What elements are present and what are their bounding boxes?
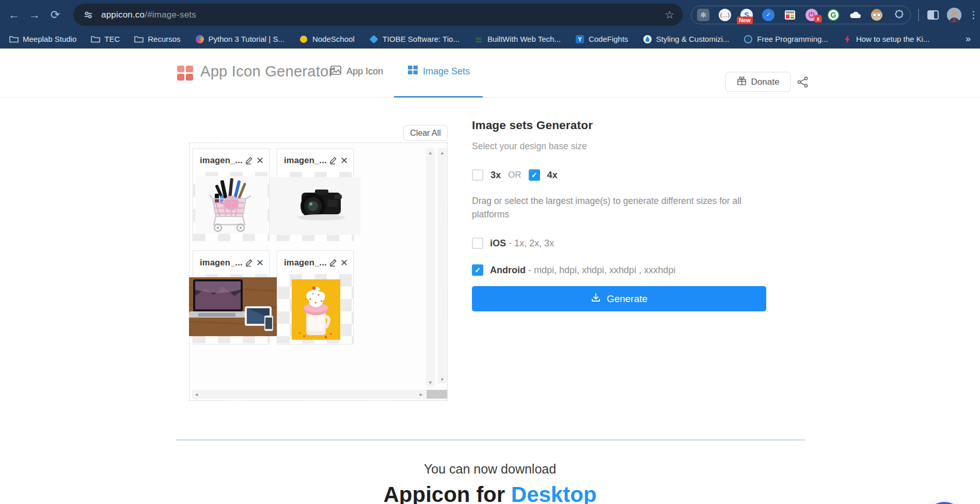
extension-dots-icon[interactable]: (…) [718,8,732,22]
extension-x-badge: x [814,15,822,23]
remove-image-icon[interactable]: ✕ [340,156,348,165]
bookmark-python-tutorial[interactable]: Python 3 Tutorial | S... [195,35,284,44]
pink-bolt-icon [843,35,852,44]
generate-button[interactable]: Generate [472,286,766,311]
base-size-row: 3x OR 4x [472,169,766,181]
extension-s-icon[interactable]: S New [740,8,753,22]
extensions-area: ✻ (…) S New ✓ ⏻ x G [691,6,911,24]
thumbnail-black-camera [270,177,360,235]
android-label: Android [490,265,526,275]
page-title: App Icon Generator [200,63,334,80]
water-drop-icon [643,35,652,44]
donate-button[interactable]: Donate [725,72,791,92]
bookmark-codefights[interactable]: Y CodeFights [575,35,628,44]
remove-image-icon[interactable]: ✕ [340,258,348,267]
share-icon[interactable] [797,76,809,90]
checkbox-3x[interactable] [472,169,483,181]
active-tab-underline [394,96,483,98]
toolbar-separator [918,9,919,21]
extension-window-icon[interactable] [783,8,797,22]
bookmarks-bar: Meeplab Studio TEC Recursos Python 3 Tut… [0,29,980,49]
android-row: Android - mdpi, hdpi, xhdpi, xxhdpi , xx… [472,264,766,276]
edit-icon[interactable] [245,156,254,165]
folder-icon [91,35,100,44]
edit-icon[interactable] [245,258,254,267]
bookmark-recursos[interactable]: Recursos [134,35,180,44]
back-icon[interactable]: ← [7,8,21,22]
image-filename: imagen_... [284,258,329,267]
side-panel-icon[interactable] [927,10,939,20]
image-card: imagen_... ✕ [193,250,270,344]
profile-avatar[interactable] [947,8,961,22]
horizontal-scrollbar[interactable]: ◄► [192,390,425,399]
checkbox-android[interactable] [472,264,483,276]
bookmark-meeplab-studio[interactable]: Meeplab Studio [9,35,76,44]
inner-vertical-scrollbar[interactable]: ▲▼ [426,148,435,387]
bookmarks-overflow-chevron[interactable]: » [966,34,971,44]
python-swirl-icon [195,35,204,44]
yellow-dot-icon [299,35,308,44]
section-divider [176,439,805,440]
bookmark-styling[interactable]: Styling & Customizi... [643,35,730,44]
extension-hubspot-icon[interactable]: ✻ [697,8,710,22]
section-subtitle: Select your design base size [472,141,766,152]
bookmark-nodeschool[interactable]: NodeSchool [299,35,355,44]
checkbox-4x[interactable] [529,169,540,181]
url-path: /#image-sets [145,10,196,20]
extension-new-badge: New [737,17,753,24]
download-icon [591,292,601,305]
bookmark-free-programming[interactable]: ↑ Free Programming... [744,35,828,44]
folder-icon [134,35,144,44]
picture-icon [330,66,341,77]
blue-diamond-icon [369,35,378,44]
image-filename: imagen_... [284,155,329,165]
site-settings-icon[interactable] [82,8,95,22]
thumbnail-milkshake-yellow [292,279,340,340]
blue-square-y-icon: Y [575,35,584,44]
desktop-link[interactable]: Desktop [511,482,597,504]
edit-icon[interactable] [329,258,338,267]
ios-row: iOS - 1x, 2x, 3x [472,238,766,249]
tab-image-sets[interactable]: Image Sets [408,66,470,77]
checkbox-ios[interactable] [472,238,483,249]
extension-power-icon[interactable]: ⏻ x [805,8,818,22]
address-bar[interactable]: appicon.co/#image-sets ☆ [73,4,683,26]
browser-menu-icon[interactable]: ⋮ [969,9,978,21]
bookmark-builtwith[interactable]: BuiltWith Web Tech... [474,35,561,44]
bookmark-star-icon[interactable]: ☆ [665,9,674,21]
extensions-puzzle-icon[interactable] [892,8,905,22]
extension-cloud-icon[interactable] [848,8,862,22]
image-card: imagen_... ✕ [277,250,354,344]
remove-image-icon[interactable]: ✕ [256,156,264,165]
extension-check-icon[interactable]: ✓ [762,8,775,22]
edit-icon[interactable] [329,156,338,165]
image-card: imagen_... ✕ [277,148,354,241]
app-icon-generator-screen: ← → ⟳ appicon.co/#image-sets ☆ ✻ (…) S [0,0,980,504]
image-filename: imagen_... [200,258,245,267]
tab-app-icon[interactable]: App Icon [330,66,383,77]
blue-circle-arrow-icon: ↑ [744,35,753,44]
image-dropzone[interactable]: imagen_... ✕ [189,143,448,401]
image-sets-generator-section: Image sets Generator Select your design … [472,119,766,311]
app-logo-icon[interactable] [177,66,194,81]
android-sizes: - mdpi, hdpi, xhdpi, xxhdpi , xxxhdpi [528,265,675,275]
bookmark-tiobe[interactable]: TIOBE Software: Tio... [369,35,460,44]
clear-all-button[interactable]: Clear All [403,125,448,141]
forward-icon[interactable]: → [28,8,41,22]
remove-image-icon[interactable]: ✕ [256,258,264,267]
gift-icon [737,76,747,88]
bookmark-how-to-setup[interactable]: How to setup the Ki... [843,35,930,44]
thumbnail-cart-with-cosmetics [195,176,267,234]
extension-grammarly-icon[interactable]: G [827,8,840,22]
url-text: appicon.co/#image-sets [101,10,665,20]
extension-avatar-emoji-icon[interactable] [870,8,883,22]
refresh-icon[interactable]: ⟳ [49,8,62,22]
page-content: App Icon Generator App Icon Image Sets D… [0,49,980,504]
outer-vertical-scrollbar[interactable]: ▲▼ [438,148,447,384]
browser-chrome: ← → ⟳ appicon.co/#image-sets ☆ ✻ (…) S [0,0,980,49]
green-sprout-icon [474,35,483,44]
bookmark-tec[interactable]: TEC [91,35,120,44]
footer-text: You can now download [0,462,980,477]
scrollbar-corner [426,390,447,399]
grid-icon [408,66,418,77]
